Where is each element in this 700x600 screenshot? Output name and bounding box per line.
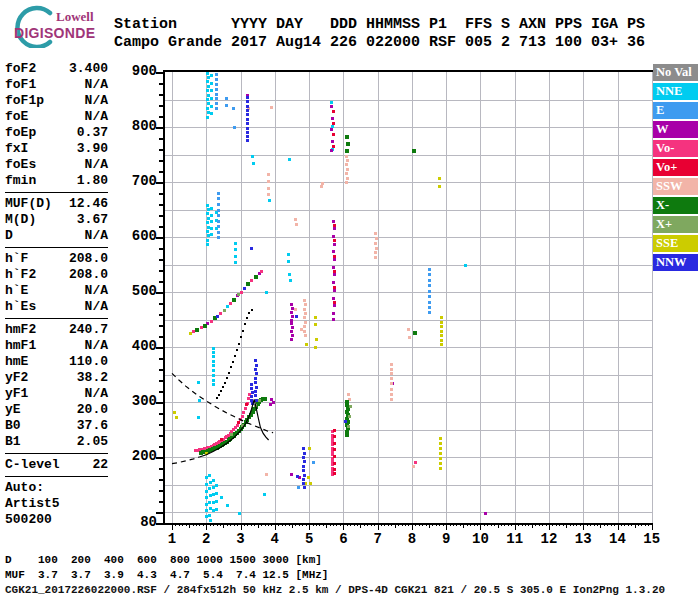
y-axis-tick xyxy=(159,336,163,338)
parameter-row: yF1N/A xyxy=(5,386,108,402)
parameter-label: foEp xyxy=(5,125,36,141)
x-axis-label: 4 xyxy=(262,531,288,547)
x-axis-tick xyxy=(484,523,485,526)
parameter-value: N/A xyxy=(85,386,108,402)
x-axis-tick xyxy=(330,523,331,526)
y-axis-tick xyxy=(159,270,163,272)
x-axis-tick xyxy=(573,523,574,526)
x-axis-tick xyxy=(477,523,478,526)
x-axis-tick xyxy=(203,523,204,526)
x-axis-tick xyxy=(641,523,642,526)
x-axis-label: 14 xyxy=(605,531,631,547)
parameter-label: foF2 xyxy=(5,61,36,77)
x-axis-tick xyxy=(367,523,368,526)
parameter-value: 12.46 xyxy=(69,196,108,212)
x-axis-tick xyxy=(522,523,523,526)
x-axis-tick xyxy=(282,523,283,526)
x-axis-tick xyxy=(186,523,187,526)
x-axis-tick xyxy=(326,523,327,528)
x-axis-tick xyxy=(360,523,361,528)
parameter-value: N/A xyxy=(85,77,108,93)
parameter-label: h`Es xyxy=(5,299,36,315)
x-axis-tick xyxy=(542,523,543,526)
y-axis-tick xyxy=(159,105,163,107)
x-axis-tick xyxy=(648,523,649,526)
y-axis-tick xyxy=(159,248,163,250)
parameter-label: foEs xyxy=(5,157,36,173)
x-axis-tick xyxy=(419,523,420,526)
parameter-row: h`EN/A xyxy=(5,283,108,299)
x-axis-tick xyxy=(275,523,276,530)
x-axis-tick xyxy=(525,523,526,526)
x-axis-tick xyxy=(350,523,351,526)
parameter-row: yE20.0 xyxy=(5,402,108,418)
parameter-label: Artist5 xyxy=(5,496,60,512)
echo-classification-legend: No ValNNEEWVo-Vo+SSWX-X+SSENNW xyxy=(653,64,698,273)
station-header: Station YYYY DAY DDD HHMMSS P1 FFS S AXN… xyxy=(114,16,645,51)
ionogram-parameters-panel: foF23.400foF1N/AfoF1pN/AfoEN/AfoEp0.37fx… xyxy=(5,61,108,528)
y-axis-tick xyxy=(156,182,163,184)
x-axis-tick xyxy=(600,523,601,528)
y-axis-tick xyxy=(159,325,163,327)
y-axis-tick xyxy=(159,226,163,228)
x-axis-tick xyxy=(559,523,560,526)
x-axis-tick xyxy=(432,523,433,526)
x-axis-tick xyxy=(292,523,293,528)
x-axis-tick xyxy=(487,523,488,526)
x-axis-tick xyxy=(587,523,588,526)
parameter-value: 0.37 xyxy=(77,125,108,141)
legend-item-vo-: Vo- xyxy=(653,140,698,157)
y-axis-tick xyxy=(159,193,163,195)
parameter-row: h`EsN/A xyxy=(5,299,108,315)
x-axis-tick xyxy=(223,523,224,528)
x-axis-tick xyxy=(614,523,615,526)
x-axis-tick xyxy=(460,523,461,526)
parameter-value: N/A xyxy=(85,228,108,244)
y-axis-label: 80 xyxy=(115,514,157,530)
logo-text-digisonde: DIGISONDE xyxy=(14,25,95,41)
y-axis-tick xyxy=(159,281,163,283)
x-axis-tick xyxy=(443,523,444,526)
x-axis-tick xyxy=(552,523,553,526)
x-axis-tick xyxy=(271,523,272,526)
parameter-separator xyxy=(5,453,108,454)
parameter-row: foEN/A xyxy=(5,109,108,125)
parameter-value: 2.05 xyxy=(77,434,108,450)
parameter-label: fxI xyxy=(5,141,28,157)
x-axis-tick xyxy=(230,523,231,526)
x-axis-tick xyxy=(405,523,406,526)
x-axis-tick xyxy=(652,523,653,530)
x-axis-label: 6 xyxy=(330,531,356,547)
y-axis-label: 700 xyxy=(115,173,157,189)
x-axis-label: 9 xyxy=(433,531,459,547)
parameter-separator xyxy=(5,247,108,248)
parameter-value: 22 xyxy=(92,457,108,473)
parameter-row: Artist5 xyxy=(5,496,108,512)
x-axis-tick xyxy=(590,523,591,526)
parameter-value: N/A xyxy=(85,338,108,354)
x-axis-tick xyxy=(388,523,389,526)
x-axis-tick xyxy=(594,523,595,526)
y-axis-tick xyxy=(159,479,163,481)
legend-item-w: W xyxy=(653,121,698,138)
x-axis-tick xyxy=(371,523,372,526)
parameter-row: hmF1N/A xyxy=(5,338,108,354)
x-axis-label: 8 xyxy=(399,531,425,547)
y-axis-tick xyxy=(156,402,163,404)
y-axis-tick xyxy=(156,237,163,239)
x-axis-tick xyxy=(261,523,262,526)
x-axis-tick xyxy=(429,523,430,528)
y-axis-tick xyxy=(159,490,163,492)
x-axis-tick xyxy=(546,523,547,526)
parameter-label: yE xyxy=(5,402,21,418)
x-axis-tick xyxy=(422,523,423,526)
y-axis-tick xyxy=(159,94,163,96)
y-axis-tick xyxy=(159,149,163,151)
x-axis-tick xyxy=(498,523,499,528)
x-axis-tick xyxy=(398,523,399,526)
x-axis-tick xyxy=(504,523,505,526)
x-axis-tick xyxy=(563,523,564,526)
parameter-label: foF1 xyxy=(5,77,36,93)
x-axis-tick xyxy=(357,523,358,526)
x-axis-tick xyxy=(336,523,337,526)
